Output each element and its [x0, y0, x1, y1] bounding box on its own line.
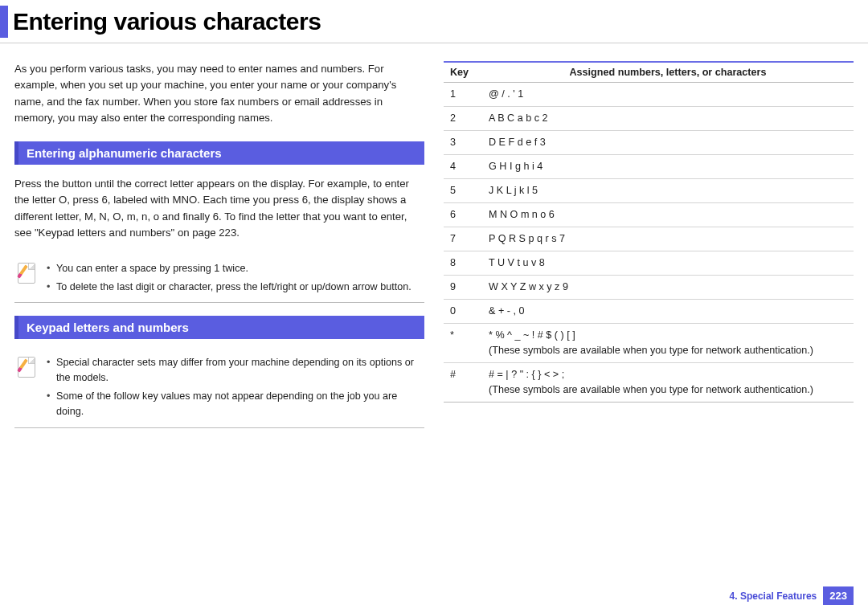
cell-value-text: G H I g h i 4 [489, 161, 542, 172]
cell-note: (These symbols are available when you ty… [489, 344, 847, 358]
page-title: Entering various characters [13, 8, 321, 35]
content-columns: As you perform various tasks, you may ne… [0, 43, 868, 441]
cell-key: 0 [444, 300, 482, 324]
cell-value: P Q R S p q r s 7 [482, 227, 854, 251]
cell-key: 8 [444, 251, 482, 276]
table-row: 7P Q R S p q r s 7 [444, 227, 854, 251]
cell-note: (These symbols are available when you ty… [489, 383, 847, 397]
cell-value: M N O m n o 6 [482, 203, 854, 227]
cell-value: # = | ? " : { } < > ;(These symbols are … [482, 363, 854, 403]
note-box-1: You can enter a space by pressing 1 twic… [14, 256, 424, 304]
cell-key: 9 [444, 276, 482, 300]
th-key: Key [444, 62, 482, 83]
cell-value-text: M N O m n o 6 [489, 209, 555, 220]
cell-key: # [444, 363, 482, 403]
table-row: 8T U V t u v 8 [444, 251, 854, 276]
page-footer: 4. Special Features 223 [730, 586, 854, 605]
table-row: 5J K L j k l 5 [444, 179, 854, 203]
table-row: 6M N O m n o 6 [444, 203, 854, 227]
note-box-2: Special character sets may differ from y… [14, 350, 424, 428]
cell-key: * [444, 324, 482, 363]
table-row: 2A B C a b c 2 [444, 107, 854, 131]
cell-key: 4 [444, 155, 482, 179]
table-row: 9W X Y Z w x y z 9 [444, 276, 854, 300]
cell-value-text: # = | ? " : { } < > ; [489, 369, 564, 380]
note-item: Some of the follow key values may not ap… [45, 389, 423, 419]
cell-key: 7 [444, 227, 482, 251]
table-row: ## = | ? " : { } < > ;(These symbols are… [444, 363, 854, 403]
footer-page-number: 223 [823, 586, 854, 605]
cell-value: W X Y Z w x y z 9 [482, 276, 854, 300]
section-heading-alphanumeric: Entering alphanumeric characters [14, 141, 424, 165]
cell-value: G H I g h i 4 [482, 155, 854, 179]
th-value: Assigned numbers, letters, or characters [482, 62, 854, 83]
cell-value: @ / . ' 1 [482, 83, 854, 107]
note-list-2: Special character sets may differ from y… [45, 355, 423, 423]
title-bar: Entering various characters [0, 0, 868, 43]
right-column: Key Assigned numbers, letters, or charac… [444, 61, 854, 441]
table-row: 4G H I g h i 4 [444, 155, 854, 179]
cell-value: * % ^ _ ~ ! # $ ( ) [ ](These symbols ar… [482, 324, 854, 363]
note-icon [16, 355, 37, 379]
note-item: You can enter a space by pressing 1 twic… [45, 261, 411, 276]
cell-value-text: D E F d e f 3 [489, 137, 546, 148]
cell-key: 6 [444, 203, 482, 227]
note-list-1: You can enter a space by pressing 1 twic… [45, 261, 411, 298]
cell-value-text: J K L j k l 5 [489, 185, 538, 196]
intro-paragraph: As you perform various tasks, you may ne… [14, 61, 424, 127]
cell-value-text: & + - , 0 [489, 305, 524, 317]
note-icon [16, 261, 37, 285]
cell-value-text: @ / . ' 1 [489, 88, 523, 100]
cell-value-text: T U V t u v 8 [489, 257, 545, 268]
title-accent [0, 6, 8, 38]
cell-value: J K L j k l 5 [482, 179, 854, 203]
cell-value-text: W X Y Z w x y z 9 [489, 281, 568, 292]
section-heading-keypad: Keypad letters and numbers [14, 316, 424, 339]
cell-value-text: A B C a b c 2 [489, 112, 548, 124]
keypad-table: Key Assigned numbers, letters, or charac… [444, 61, 854, 403]
footer-chapter: 4. Special Features [730, 591, 817, 602]
table-row: 0& + - , 0 [444, 300, 854, 324]
left-column: As you perform various tasks, you may ne… [14, 61, 424, 441]
cell-key: 3 [444, 131, 482, 155]
cell-value: & + - , 0 [482, 300, 854, 324]
note-item: To delete the last digit or character, p… [45, 280, 411, 295]
cell-value: A B C a b c 2 [482, 107, 854, 131]
cell-key: 5 [444, 179, 482, 203]
cell-value: D E F d e f 3 [482, 131, 854, 155]
cell-key: 1 [444, 83, 482, 107]
table-row: 1@ / . ' 1 [444, 83, 854, 107]
alphanumeric-body: Press the button until the correct lette… [14, 176, 424, 242]
cell-value-text: P Q R S p q r s 7 [489, 233, 565, 244]
note-item: Special character sets may differ from y… [45, 355, 423, 386]
cell-key: 2 [444, 107, 482, 131]
table-row: 3D E F d e f 3 [444, 131, 854, 155]
table-header-row: Key Assigned numbers, letters, or charac… [444, 62, 854, 83]
table-row: ** % ^ _ ~ ! # $ ( ) [ ](These symbols a… [444, 324, 854, 363]
cell-value: T U V t u v 8 [482, 251, 854, 276]
cell-value-text: * % ^ _ ~ ! # $ ( ) [ ] [489, 329, 575, 341]
